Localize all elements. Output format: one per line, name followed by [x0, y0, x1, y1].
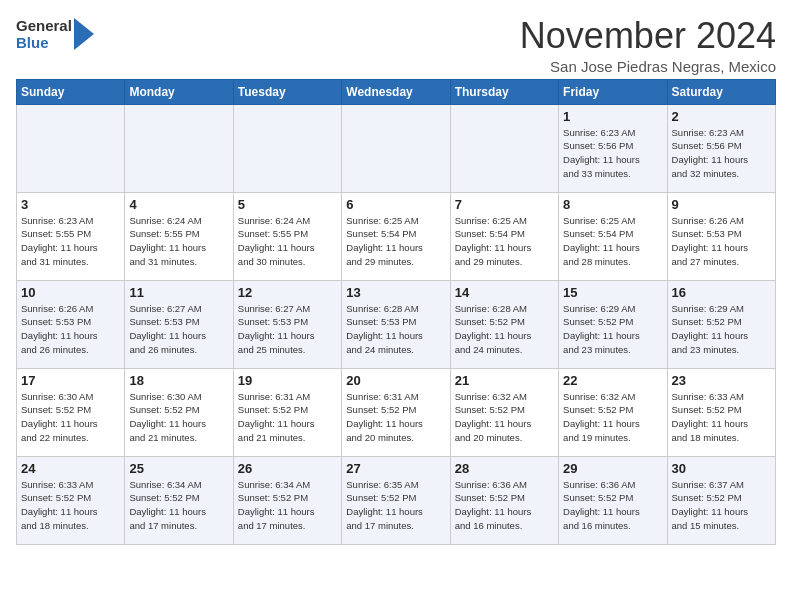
- day-number: 25: [129, 461, 228, 476]
- logo: GeneralBlue: [16, 16, 96, 52]
- day-info: Sunrise: 6:24 AM Sunset: 5:55 PM Dayligh…: [238, 214, 337, 269]
- day-number: 24: [21, 461, 120, 476]
- location-title: San Jose Piedras Negras, Mexico: [520, 58, 776, 75]
- calendar-cell: 5Sunrise: 6:24 AM Sunset: 5:55 PM Daylig…: [233, 192, 341, 280]
- title-area: November 2024 San Jose Piedras Negras, M…: [520, 16, 776, 75]
- day-info: Sunrise: 6:32 AM Sunset: 5:52 PM Dayligh…: [563, 390, 662, 445]
- day-number: 29: [563, 461, 662, 476]
- calendar-cell: 15Sunrise: 6:29 AM Sunset: 5:52 PM Dayli…: [559, 280, 667, 368]
- calendar-cell: 10Sunrise: 6:26 AM Sunset: 5:53 PM Dayli…: [17, 280, 125, 368]
- calendar-cell: 27Sunrise: 6:35 AM Sunset: 5:52 PM Dayli…: [342, 456, 450, 544]
- calendar-cell: 21Sunrise: 6:32 AM Sunset: 5:52 PM Dayli…: [450, 368, 558, 456]
- calendar-cell: 26Sunrise: 6:34 AM Sunset: 5:52 PM Dayli…: [233, 456, 341, 544]
- day-number: 15: [563, 285, 662, 300]
- day-number: 9: [672, 197, 771, 212]
- day-info: Sunrise: 6:30 AM Sunset: 5:52 PM Dayligh…: [129, 390, 228, 445]
- day-number: 1: [563, 109, 662, 124]
- day-number: 2: [672, 109, 771, 124]
- calendar-cell: 7Sunrise: 6:25 AM Sunset: 5:54 PM Daylig…: [450, 192, 558, 280]
- day-info: Sunrise: 6:31 AM Sunset: 5:52 PM Dayligh…: [346, 390, 445, 445]
- day-info: Sunrise: 6:36 AM Sunset: 5:52 PM Dayligh…: [455, 478, 554, 533]
- day-number: 14: [455, 285, 554, 300]
- day-number: 18: [129, 373, 228, 388]
- day-info: Sunrise: 6:25 AM Sunset: 5:54 PM Dayligh…: [563, 214, 662, 269]
- day-number: 8: [563, 197, 662, 212]
- day-info: Sunrise: 6:28 AM Sunset: 5:52 PM Dayligh…: [455, 302, 554, 357]
- calendar-week-row: 17Sunrise: 6:30 AM Sunset: 5:52 PM Dayli…: [17, 368, 776, 456]
- calendar-cell: 9Sunrise: 6:26 AM Sunset: 5:53 PM Daylig…: [667, 192, 775, 280]
- day-info: Sunrise: 6:29 AM Sunset: 5:52 PM Dayligh…: [672, 302, 771, 357]
- calendar-cell: [450, 104, 558, 192]
- svg-marker-0: [74, 18, 94, 50]
- day-info: Sunrise: 6:33 AM Sunset: 5:52 PM Dayligh…: [672, 390, 771, 445]
- calendar-week-row: 3Sunrise: 6:23 AM Sunset: 5:55 PM Daylig…: [17, 192, 776, 280]
- header-sunday: Sunday: [17, 79, 125, 104]
- day-number: 11: [129, 285, 228, 300]
- calendar-cell: 2Sunrise: 6:23 AM Sunset: 5:56 PM Daylig…: [667, 104, 775, 192]
- day-info: Sunrise: 6:34 AM Sunset: 5:52 PM Dayligh…: [129, 478, 228, 533]
- calendar-cell: 4Sunrise: 6:24 AM Sunset: 5:55 PM Daylig…: [125, 192, 233, 280]
- day-number: 22: [563, 373, 662, 388]
- day-number: 16: [672, 285, 771, 300]
- day-number: 19: [238, 373, 337, 388]
- calendar-cell: 25Sunrise: 6:34 AM Sunset: 5:52 PM Dayli…: [125, 456, 233, 544]
- calendar-cell: [342, 104, 450, 192]
- calendar-cell: 19Sunrise: 6:31 AM Sunset: 5:52 PM Dayli…: [233, 368, 341, 456]
- day-info: Sunrise: 6:34 AM Sunset: 5:52 PM Dayligh…: [238, 478, 337, 533]
- day-number: 12: [238, 285, 337, 300]
- calendar-cell: 30Sunrise: 6:37 AM Sunset: 5:52 PM Dayli…: [667, 456, 775, 544]
- calendar-week-row: 24Sunrise: 6:33 AM Sunset: 5:52 PM Dayli…: [17, 456, 776, 544]
- calendar-cell: 16Sunrise: 6:29 AM Sunset: 5:52 PM Dayli…: [667, 280, 775, 368]
- day-number: 7: [455, 197, 554, 212]
- calendar-cell: 22Sunrise: 6:32 AM Sunset: 5:52 PM Dayli…: [559, 368, 667, 456]
- day-number: 13: [346, 285, 445, 300]
- page-header: GeneralBlue November 2024 San Jose Piedr…: [16, 16, 776, 75]
- calendar-header-row: SundayMondayTuesdayWednesdayThursdayFrid…: [17, 79, 776, 104]
- calendar-cell: 28Sunrise: 6:36 AM Sunset: 5:52 PM Dayli…: [450, 456, 558, 544]
- day-number: 17: [21, 373, 120, 388]
- calendar-cell: 29Sunrise: 6:36 AM Sunset: 5:52 PM Dayli…: [559, 456, 667, 544]
- day-info: Sunrise: 6:23 AM Sunset: 5:55 PM Dayligh…: [21, 214, 120, 269]
- day-number: 20: [346, 373, 445, 388]
- header-tuesday: Tuesday: [233, 79, 341, 104]
- day-number: 6: [346, 197, 445, 212]
- day-number: 21: [455, 373, 554, 388]
- day-info: Sunrise: 6:37 AM Sunset: 5:52 PM Dayligh…: [672, 478, 771, 533]
- month-title: November 2024: [520, 16, 776, 56]
- calendar-cell: 12Sunrise: 6:27 AM Sunset: 5:53 PM Dayli…: [233, 280, 341, 368]
- header-saturday: Saturday: [667, 79, 775, 104]
- day-info: Sunrise: 6:23 AM Sunset: 5:56 PM Dayligh…: [563, 126, 662, 181]
- day-info: Sunrise: 6:31 AM Sunset: 5:52 PM Dayligh…: [238, 390, 337, 445]
- day-info: Sunrise: 6:24 AM Sunset: 5:55 PM Dayligh…: [129, 214, 228, 269]
- day-info: Sunrise: 6:27 AM Sunset: 5:53 PM Dayligh…: [238, 302, 337, 357]
- calendar-cell: 24Sunrise: 6:33 AM Sunset: 5:52 PM Dayli…: [17, 456, 125, 544]
- calendar-cell: 20Sunrise: 6:31 AM Sunset: 5:52 PM Dayli…: [342, 368, 450, 456]
- calendar-table: SundayMondayTuesdayWednesdayThursdayFrid…: [16, 79, 776, 545]
- day-info: Sunrise: 6:25 AM Sunset: 5:54 PM Dayligh…: [455, 214, 554, 269]
- calendar-cell: 8Sunrise: 6:25 AM Sunset: 5:54 PM Daylig…: [559, 192, 667, 280]
- day-number: 30: [672, 461, 771, 476]
- calendar-cell: 23Sunrise: 6:33 AM Sunset: 5:52 PM Dayli…: [667, 368, 775, 456]
- day-info: Sunrise: 6:26 AM Sunset: 5:53 PM Dayligh…: [21, 302, 120, 357]
- day-number: 28: [455, 461, 554, 476]
- logo-general: General: [16, 17, 72, 34]
- day-info: Sunrise: 6:29 AM Sunset: 5:52 PM Dayligh…: [563, 302, 662, 357]
- calendar-cell: 17Sunrise: 6:30 AM Sunset: 5:52 PM Dayli…: [17, 368, 125, 456]
- day-info: Sunrise: 6:30 AM Sunset: 5:52 PM Dayligh…: [21, 390, 120, 445]
- calendar-cell: [17, 104, 125, 192]
- day-info: Sunrise: 6:36 AM Sunset: 5:52 PM Dayligh…: [563, 478, 662, 533]
- day-number: 26: [238, 461, 337, 476]
- calendar-cell: 1Sunrise: 6:23 AM Sunset: 5:56 PM Daylig…: [559, 104, 667, 192]
- calendar-cell: 3Sunrise: 6:23 AM Sunset: 5:55 PM Daylig…: [17, 192, 125, 280]
- calendar-cell: [233, 104, 341, 192]
- logo-arrow-icon: [74, 16, 96, 52]
- calendar-cell: [125, 104, 233, 192]
- day-info: Sunrise: 6:27 AM Sunset: 5:53 PM Dayligh…: [129, 302, 228, 357]
- calendar-cell: 18Sunrise: 6:30 AM Sunset: 5:52 PM Dayli…: [125, 368, 233, 456]
- day-info: Sunrise: 6:32 AM Sunset: 5:52 PM Dayligh…: [455, 390, 554, 445]
- header-wednesday: Wednesday: [342, 79, 450, 104]
- day-info: Sunrise: 6:33 AM Sunset: 5:52 PM Dayligh…: [21, 478, 120, 533]
- day-info: Sunrise: 6:35 AM Sunset: 5:52 PM Dayligh…: [346, 478, 445, 533]
- day-number: 27: [346, 461, 445, 476]
- calendar-week-row: 1Sunrise: 6:23 AM Sunset: 5:56 PM Daylig…: [17, 104, 776, 192]
